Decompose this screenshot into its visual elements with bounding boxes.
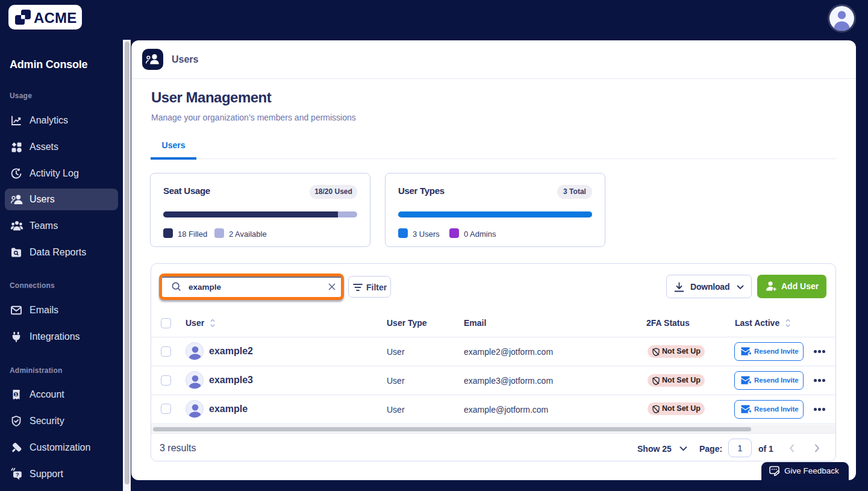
svg-text:$: $ bbox=[15, 392, 17, 397]
svg-text:?: ? bbox=[16, 471, 19, 478]
